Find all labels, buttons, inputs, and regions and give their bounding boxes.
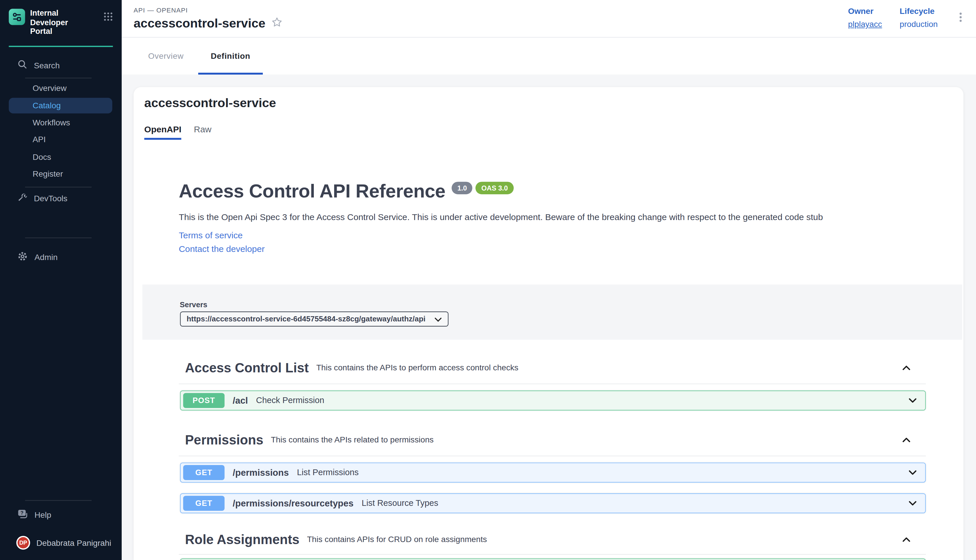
owner-link[interactable]: plplayacc [848,19,882,29]
method-badge: GET [183,465,225,480]
content-area: accesscontrol-service OpenAPI Raw Access… [122,74,976,560]
main-area: API — OPENAPI accesscontrol-service Owne… [122,0,976,560]
servers-label: Servers [180,300,962,309]
sidebar-spacer [0,266,122,496]
expand-chevron-down-icon[interactable] [907,467,918,477]
tab-definition[interactable]: Definition [198,37,263,74]
lifecycle-value: production [900,19,938,29]
method-badge: POST [183,393,225,408]
section-divider [179,383,926,384]
collapse-chevron-up-icon[interactable] [901,435,911,447]
sidebar-item-label: Admin [35,253,58,262]
logo-row: Internal Developer Portal [0,0,122,36]
sidebar-user[interactable]: DP Debabrata Panigrahi [0,536,122,550]
operation-row-get-resourcetypes[interactable]: GET /permissions/resourcetypes List Reso… [180,493,926,513]
sidebar-nav: Overview Catalog Workflows API Docs Regi… [0,80,122,183]
operation-path: /acl [233,395,248,405]
server-url: https://accesscontrol-service-6d45755484… [187,315,425,323]
user-name: Debabrata Panigrahi [37,538,111,547]
contact-link[interactable]: Contact the developer [179,244,926,253]
avatar: DP [16,536,30,550]
portal-title: Internal Developer Portal [30,9,84,36]
entity-header: API — OPENAPI accesscontrol-service Owne… [122,0,976,37]
owner-meta: Owner plplayacc [848,7,882,29]
section-title: Role Assignments [185,532,300,547]
section-role-assignments[interactable]: Role Assignments This contains APIs for … [179,530,926,548]
section-description: This contains the APIs related to permis… [271,435,433,444]
entity-tabs: Overview Definition [122,37,976,74]
expand-chevron-down-icon[interactable] [907,395,918,405]
page-title: accesscontrol-service [134,16,266,31]
sidebar-item-admin[interactable]: Admin [0,249,122,266]
version-badge: 1.0 [452,182,473,194]
section-permissions[interactable]: Permissions This contains the APIs relat… [179,431,926,448]
section-divider [179,553,926,554]
tab-overview[interactable]: Overview [134,37,198,74]
favorite-star-icon[interactable] [272,17,282,30]
apps-grid-icon[interactable] [104,12,113,24]
sidebar-item-docs[interactable]: Docs [0,148,122,166]
sidebar-item-api[interactable]: API [0,131,122,148]
sidebar: Internal Developer Portal Search Overvie… [0,0,122,560]
sidebar-accent-rule [9,45,113,47]
sidebar-item-label: Search [34,60,60,70]
gear-icon [18,252,28,263]
method-badge: GET [183,495,225,510]
api-description: This is the Open Api Spec 3 for the Acce… [179,212,926,222]
swagger-ui: Access Control API Reference 1.0 OAS 3.0… [179,180,926,560]
operation-summary: List Permissions [297,468,359,477]
api-title: Access Control API Reference [179,180,445,202]
sidebar-divider [25,187,92,187]
kebab-menu-icon[interactable] [956,11,966,27]
owner-label: Owner [848,7,882,16]
app-root: Internal Developer Portal Search Overvie… [0,0,976,560]
expand-chevron-down-icon[interactable] [907,498,918,508]
operation-summary: List Resource Types [362,498,438,508]
sidebar-item-devtools[interactable]: DevTools [0,190,122,207]
sidebar-item-label: Help [35,510,51,519]
sidebar-divider [25,500,92,500]
tab-openapi[interactable]: OpenAPI [144,123,181,139]
server-select[interactable]: https://accesscontrol-service-6d45755484… [180,311,448,326]
tab-raw[interactable]: Raw [194,123,212,139]
card-title: accesscontrol-service [144,95,964,110]
section-description: This contains the APIs to perform access… [316,363,518,372]
lifecycle-label: Lifecycle [900,7,938,16]
wrench-icon [18,193,27,204]
collapse-chevron-up-icon[interactable] [901,363,911,375]
definition-format-tabs: OpenAPI Raw [144,123,964,139]
sidebar-divider [25,78,92,78]
operation-path: /permissions/resourcetypes [233,498,354,508]
section-title: Access Control List [185,360,309,375]
svg-text:?: ? [20,510,23,516]
oas-badge: OAS 3.0 [476,182,513,194]
operation-summary: Check Permission [256,395,324,405]
portal-logo-icon[interactable] [9,9,25,25]
sidebar-item-register[interactable]: Register [0,165,122,183]
sidebar-item-search[interactable]: Search [0,57,122,74]
collapse-chevron-up-icon[interactable] [901,534,911,547]
sidebar-item-help[interactable]: ? Help [0,506,122,523]
section-description: This contains APIs for CRUD on role assi… [307,535,487,544]
section-title: Permissions [185,432,263,447]
sidebar-divider [25,237,92,238]
section-divider [179,455,926,456]
sidebar-item-label: DevTools [34,193,67,203]
operation-row-get-permissions[interactable]: GET /permissions List Permissions [180,462,926,482]
lifecycle-meta: Lifecycle production [900,7,938,29]
terms-link[interactable]: Terms of service [179,230,926,239]
sidebar-item-workflows[interactable]: Workflows [0,114,122,131]
select-chevron-down-icon [435,313,441,324]
definition-card: accesscontrol-service OpenAPI Raw Access… [133,87,964,560]
operation-row-post-acl[interactable]: POST /acl Check Permission [180,390,926,410]
sidebar-item-overview[interactable]: Overview [0,80,122,97]
operation-row-partial[interactable] [180,558,926,560]
operation-path: /permissions [233,467,289,477]
help-chat-icon: ? [18,509,28,521]
servers-panel: Servers https://accesscontrol-service-6d… [142,284,962,339]
search-icon [18,60,27,71]
section-access-control-list[interactable]: Access Control List This contains the AP… [179,359,926,377]
sidebar-item-catalog[interactable]: Catalog [9,98,112,113]
